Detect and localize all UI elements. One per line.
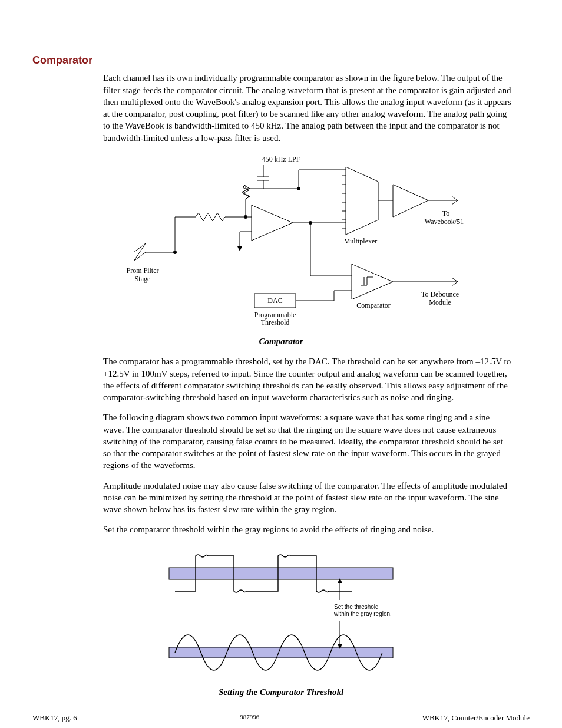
from-filter-l2: Stage <box>135 275 151 283</box>
prog-l1: Programmable <box>254 311 296 319</box>
svg-rect-54 <box>169 568 393 579</box>
svg-point-7 <box>297 187 300 190</box>
fig1-caption: Comparator <box>32 335 530 347</box>
svg-marker-41 <box>393 185 428 217</box>
paragraph-4: Amplitude modulated noise may also cause… <box>103 480 512 516</box>
footer-center: 987996 <box>240 713 259 723</box>
paragraph-3: The following diagram shows two common i… <box>103 411 512 471</box>
dac-label: DAC <box>267 297 282 305</box>
lpf-label: 450 kHz LPF <box>262 155 300 163</box>
annot-l1: Set the threshold <box>334 604 379 610</box>
to-wb-l1: To <box>442 209 450 218</box>
comparator-diagram: 450 kHz LPF From Filter Stage <box>32 152 530 332</box>
paragraph-1: Each channel has its own individually pr… <box>103 72 512 144</box>
svg-marker-20 <box>252 205 293 241</box>
threshold-diagram: Set the threshold within the gray region… <box>32 544 530 683</box>
paragraph-2: The comparator has a programmable thresh… <box>103 355 512 403</box>
svg-marker-24 <box>237 246 242 251</box>
paragraph-5: Set the comparator threshold within the … <box>103 523 512 535</box>
prog-l2: Threshold <box>261 318 290 327</box>
section-heading: Comparator <box>32 53 530 67</box>
mux-label: Multiplexer <box>344 237 378 245</box>
annot-l2: within the gray region. <box>333 611 392 617</box>
footer-left: WBK17, pg. 6 <box>32 713 77 723</box>
fig2-caption: Setting the Comparator Threshold <box>32 686 530 698</box>
svg-marker-47 <box>352 264 393 299</box>
to-wb-l2: Wavebook/516 <box>425 218 464 226</box>
page-footer: WBK17, pg. 6 987996 WBK17, Counter/Encod… <box>32 710 530 723</box>
from-filter-l1: From Filter <box>126 266 158 275</box>
to-deb-l1: To Debounce <box>421 290 459 298</box>
footer-right: WBK17, Counter/Encoder Module <box>422 713 530 723</box>
svg-marker-30 <box>346 167 378 235</box>
to-deb-l2: Module <box>429 298 451 307</box>
comparator-label: Comparator <box>356 301 390 309</box>
